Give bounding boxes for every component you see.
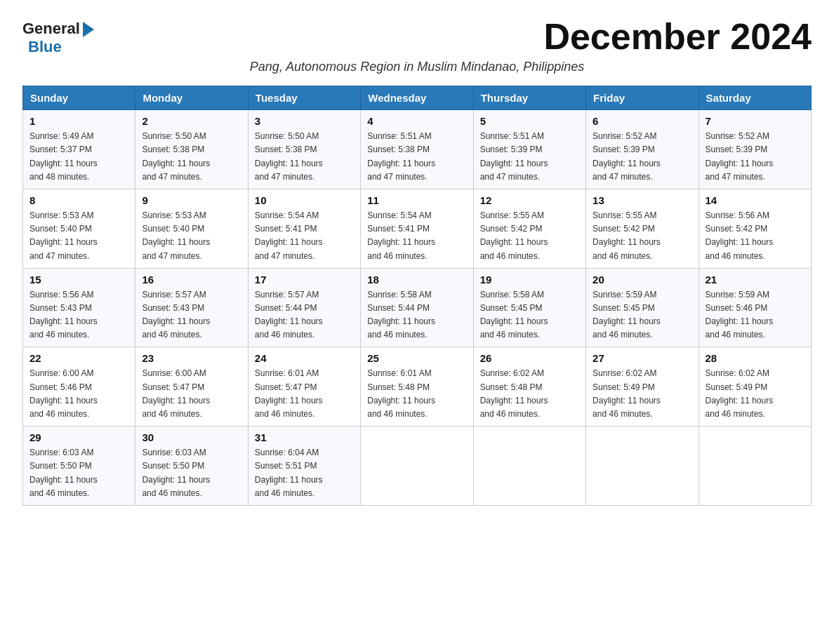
logo: General Blue	[22, 20, 94, 56]
logo-arrow-icon	[83, 22, 94, 37]
day-info: Sunrise: 5:53 AMSunset: 5:40 PMDaylight:…	[29, 209, 128, 263]
header-tuesday: Tuesday	[248, 86, 360, 110]
header-thursday: Thursday	[473, 86, 585, 110]
day-info: Sunrise: 6:01 AMSunset: 5:47 PMDaylight:…	[255, 367, 354, 421]
table-row: 14Sunrise: 5:56 AMSunset: 5:42 PMDayligh…	[699, 189, 811, 268]
day-info: Sunrise: 5:58 AMSunset: 5:45 PMDaylight:…	[480, 288, 579, 342]
day-info: Sunrise: 5:52 AMSunset: 5:39 PMDaylight:…	[593, 130, 691, 184]
day-number: 12	[480, 194, 579, 206]
day-info: Sunrise: 6:00 AMSunset: 5:46 PMDaylight:…	[29, 367, 128, 421]
table-row: 6Sunrise: 5:52 AMSunset: 5:39 PMDaylight…	[586, 110, 699, 189]
day-number: 9	[142, 194, 241, 206]
day-number: 26	[480, 352, 579, 364]
table-row	[361, 427, 473, 506]
logo-general: General	[22, 20, 80, 38]
day-number: 4	[367, 115, 466, 127]
day-info: Sunrise: 5:57 AMSunset: 5:43 PMDaylight:…	[142, 288, 241, 342]
header-friday: Friday	[586, 86, 699, 110]
day-info: Sunrise: 6:04 AMSunset: 5:51 PMDaylight:…	[255, 446, 354, 500]
day-number: 24	[255, 352, 354, 364]
day-info: Sunrise: 5:56 AMSunset: 5:42 PMDaylight:…	[706, 209, 805, 263]
day-info: Sunrise: 5:55 AMSunset: 5:42 PMDaylight:…	[593, 209, 691, 263]
day-info: Sunrise: 5:50 AMSunset: 5:38 PMDaylight:…	[142, 130, 241, 184]
table-row: 26Sunrise: 6:02 AMSunset: 5:48 PMDayligh…	[473, 347, 585, 427]
day-number: 7	[706, 115, 805, 127]
table-row: 31Sunrise: 6:04 AMSunset: 5:51 PMDayligh…	[248, 427, 360, 506]
table-row: 8Sunrise: 5:53 AMSunset: 5:40 PMDaylight…	[23, 189, 135, 268]
day-info: Sunrise: 5:55 AMSunset: 5:42 PMDaylight:…	[480, 209, 579, 263]
table-row: 18Sunrise: 5:58 AMSunset: 5:44 PMDayligh…	[361, 268, 473, 347]
day-info: Sunrise: 5:57 AMSunset: 5:44 PMDaylight:…	[255, 288, 354, 342]
day-info: Sunrise: 5:58 AMSunset: 5:44 PMDaylight:…	[367, 288, 466, 342]
day-info: Sunrise: 6:02 AMSunset: 5:49 PMDaylight:…	[706, 367, 805, 421]
day-number: 21	[706, 274, 805, 286]
day-info: Sunrise: 5:49 AMSunset: 5:37 PMDaylight:…	[29, 130, 128, 184]
day-info: Sunrise: 6:01 AMSunset: 5:48 PMDaylight:…	[367, 367, 466, 421]
day-number: 30	[142, 431, 241, 443]
calendar-week-row: 22Sunrise: 6:00 AMSunset: 5:46 PMDayligh…	[23, 347, 812, 427]
logo-blue: Blue	[28, 38, 62, 56]
table-row: 27Sunrise: 6:02 AMSunset: 5:49 PMDayligh…	[586, 347, 699, 427]
day-number: 3	[255, 115, 354, 127]
day-number: 1	[29, 115, 128, 127]
table-row: 11Sunrise: 5:54 AMSunset: 5:41 PMDayligh…	[361, 189, 473, 268]
day-info: Sunrise: 5:54 AMSunset: 5:41 PMDaylight:…	[255, 209, 354, 263]
day-info: Sunrise: 6:02 AMSunset: 5:48 PMDaylight:…	[480, 367, 579, 421]
table-row: 16Sunrise: 5:57 AMSunset: 5:43 PMDayligh…	[135, 268, 248, 347]
day-number: 11	[367, 194, 466, 206]
table-row: 15Sunrise: 5:56 AMSunset: 5:43 PMDayligh…	[23, 268, 135, 347]
table-row: 1Sunrise: 5:49 AMSunset: 5:37 PMDaylight…	[23, 110, 135, 189]
table-row: 10Sunrise: 5:54 AMSunset: 5:41 PMDayligh…	[248, 189, 360, 268]
table-row: 29Sunrise: 6:03 AMSunset: 5:50 PMDayligh…	[23, 427, 135, 506]
table-row: 17Sunrise: 5:57 AMSunset: 5:44 PMDayligh…	[248, 268, 360, 347]
table-row: 12Sunrise: 5:55 AMSunset: 5:42 PMDayligh…	[473, 189, 585, 268]
day-number: 19	[480, 274, 579, 286]
day-info: Sunrise: 5:59 AMSunset: 5:46 PMDaylight:…	[706, 288, 805, 342]
day-info: Sunrise: 6:03 AMSunset: 5:50 PMDaylight:…	[29, 446, 128, 500]
header-monday: Monday	[135, 86, 248, 110]
header-wednesday: Wednesday	[361, 86, 473, 110]
table-row	[699, 427, 811, 506]
table-row: 5Sunrise: 5:51 AMSunset: 5:39 PMDaylight…	[473, 110, 585, 189]
day-info: Sunrise: 5:59 AMSunset: 5:45 PMDaylight:…	[593, 288, 691, 342]
header-saturday: Saturday	[699, 86, 811, 110]
table-row: 13Sunrise: 5:55 AMSunset: 5:42 PMDayligh…	[586, 189, 699, 268]
header-sunday: Sunday	[23, 86, 135, 110]
day-info: Sunrise: 6:03 AMSunset: 5:50 PMDaylight:…	[142, 446, 241, 500]
day-number: 8	[29, 194, 128, 206]
table-row: 7Sunrise: 5:52 AMSunset: 5:39 PMDaylight…	[699, 110, 811, 189]
day-info: Sunrise: 6:00 AMSunset: 5:47 PMDaylight:…	[142, 367, 241, 421]
table-row: 3Sunrise: 5:50 AMSunset: 5:38 PMDaylight…	[248, 110, 360, 189]
day-number: 15	[29, 274, 128, 286]
table-row: 20Sunrise: 5:59 AMSunset: 5:45 PMDayligh…	[586, 268, 699, 347]
day-number: 27	[593, 352, 691, 364]
day-number: 17	[255, 274, 354, 286]
day-number: 31	[255, 431, 354, 443]
table-row: 9Sunrise: 5:53 AMSunset: 5:40 PMDaylight…	[135, 189, 248, 268]
day-info: Sunrise: 5:52 AMSunset: 5:39 PMDaylight:…	[706, 130, 805, 184]
day-number: 23	[142, 352, 241, 364]
table-row: 25Sunrise: 6:01 AMSunset: 5:48 PMDayligh…	[361, 347, 473, 427]
table-row: 22Sunrise: 6:00 AMSunset: 5:46 PMDayligh…	[23, 347, 135, 427]
table-row	[473, 427, 585, 506]
calendar-week-row: 15Sunrise: 5:56 AMSunset: 5:43 PMDayligh…	[23, 268, 812, 347]
day-info: Sunrise: 5:54 AMSunset: 5:41 PMDaylight:…	[367, 209, 466, 263]
table-row: 19Sunrise: 5:58 AMSunset: 5:45 PMDayligh…	[473, 268, 585, 347]
day-info: Sunrise: 6:02 AMSunset: 5:49 PMDaylight:…	[593, 367, 691, 421]
day-info: Sunrise: 5:50 AMSunset: 5:38 PMDaylight:…	[255, 130, 354, 184]
table-row: 2Sunrise: 5:50 AMSunset: 5:38 PMDaylight…	[135, 110, 248, 189]
table-row: 30Sunrise: 6:03 AMSunset: 5:50 PMDayligh…	[135, 427, 248, 506]
day-number: 2	[142, 115, 241, 127]
table-row: 23Sunrise: 6:00 AMSunset: 5:47 PMDayligh…	[135, 347, 248, 427]
location-subtitle: Pang, Autonomous Region in Muslim Mindan…	[22, 60, 812, 74]
day-info: Sunrise: 5:51 AMSunset: 5:38 PMDaylight:…	[367, 130, 466, 184]
day-info: Sunrise: 5:56 AMSunset: 5:43 PMDaylight:…	[29, 288, 128, 342]
page-header: General Blue December 2024	[22, 17, 812, 57]
calendar-week-row: 29Sunrise: 6:03 AMSunset: 5:50 PMDayligh…	[23, 427, 812, 506]
table-row: 28Sunrise: 6:02 AMSunset: 5:49 PMDayligh…	[699, 347, 811, 427]
day-number: 18	[367, 274, 466, 286]
day-number: 20	[593, 274, 691, 286]
logo-wordmark: General Blue	[22, 20, 94, 56]
table-row	[586, 427, 699, 506]
day-info: Sunrise: 5:51 AMSunset: 5:39 PMDaylight:…	[480, 130, 579, 184]
